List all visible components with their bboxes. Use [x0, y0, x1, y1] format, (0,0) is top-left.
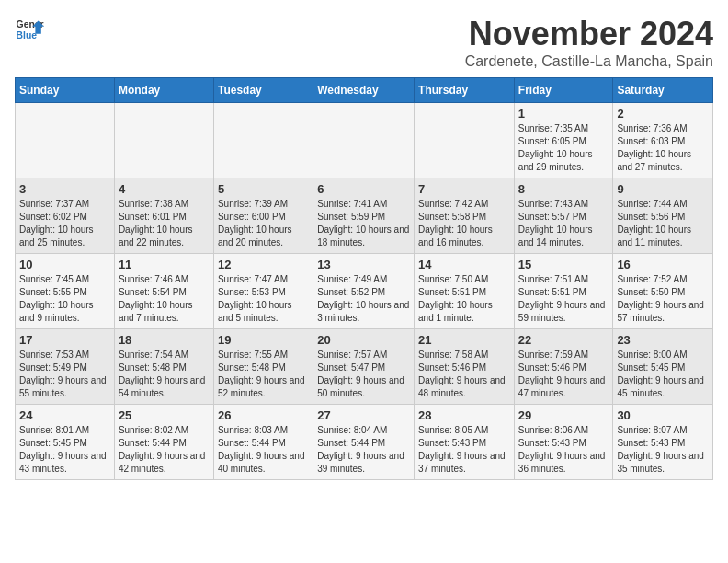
- day-cell: 30Sunrise: 8:07 AMSunset: 5:43 PMDayligh…: [613, 405, 713, 480]
- day-cell: 6Sunrise: 7:41 AMSunset: 5:59 PMDaylight…: [313, 178, 415, 254]
- day-cell: 18Sunrise: 7:54 AMSunset: 5:48 PMDayligh…: [114, 329, 213, 405]
- day-cell: [114, 103, 213, 178]
- day-cell: 14Sunrise: 7:50 AMSunset: 5:51 PMDayligh…: [415, 254, 515, 329]
- day-cell: 28Sunrise: 8:05 AMSunset: 5:43 PMDayligh…: [415, 405, 515, 480]
- day-number: 17: [19, 333, 110, 347]
- day-cell: 20Sunrise: 7:57 AMSunset: 5:47 PMDayligh…: [313, 329, 415, 405]
- day-info: Sunrise: 7:51 AMSunset: 5:51 PMDaylight:…: [518, 273, 609, 325]
- day-info: Sunrise: 7:39 AMSunset: 6:00 PMDaylight:…: [218, 198, 309, 249]
- day-cell: 19Sunrise: 7:55 AMSunset: 5:48 PMDayligh…: [213, 329, 313, 405]
- day-number: 16: [617, 258, 709, 271]
- day-info: Sunrise: 8:03 AMSunset: 5:44 PMDaylight:…: [218, 424, 309, 476]
- logo: General Blue: [15, 15, 44, 44]
- day-cell: 25Sunrise: 8:02 AMSunset: 5:44 PMDayligh…: [114, 405, 213, 480]
- day-number: 15: [518, 258, 609, 271]
- day-cell: 23Sunrise: 8:00 AMSunset: 5:45 PMDayligh…: [613, 329, 713, 405]
- day-info: Sunrise: 7:43 AMSunset: 5:57 PMDaylight:…: [518, 198, 609, 249]
- day-info: Sunrise: 8:01 AMSunset: 5:45 PMDaylight:…: [19, 424, 110, 476]
- day-info: Sunrise: 7:45 AMSunset: 5:55 PMDaylight:…: [19, 273, 110, 325]
- title-section: November 2024 Cardenete, Castille-La Man…: [465, 15, 713, 70]
- calendar-subtitle: Cardenete, Castille-La Mancha, Spain: [465, 53, 713, 70]
- day-info: Sunrise: 8:02 AMSunset: 5:44 PMDaylight:…: [119, 424, 210, 476]
- day-number: 22: [518, 333, 609, 347]
- day-info: Sunrise: 7:42 AMSunset: 5:58 PMDaylight:…: [418, 198, 510, 249]
- day-number: 3: [19, 182, 110, 196]
- day-info: Sunrise: 8:04 AMSunset: 5:44 PMDaylight:…: [317, 424, 410, 476]
- day-number: 23: [617, 333, 709, 347]
- week-row-3: 10Sunrise: 7:45 AMSunset: 5:55 PMDayligh…: [16, 254, 713, 329]
- day-number: 2: [617, 107, 709, 121]
- day-number: 29: [518, 408, 609, 422]
- day-info: Sunrise: 7:44 AMSunset: 5:56 PMDaylight:…: [617, 198, 709, 249]
- day-cell: 22Sunrise: 7:59 AMSunset: 5:46 PMDayligh…: [514, 329, 613, 405]
- day-number: 9: [617, 182, 709, 196]
- day-number: 11: [119, 258, 210, 271]
- day-cell: 21Sunrise: 7:58 AMSunset: 5:46 PMDayligh…: [415, 329, 515, 405]
- page-header: General Blue November 2024 Cardenete, Ca…: [15, 15, 713, 70]
- day-info: Sunrise: 7:57 AMSunset: 5:47 PMDaylight:…: [317, 349, 410, 400]
- day-info: Sunrise: 7:52 AMSunset: 5:50 PMDaylight:…: [617, 273, 709, 325]
- day-cell: 7Sunrise: 7:42 AMSunset: 5:58 PMDaylight…: [415, 178, 515, 254]
- day-cell: [213, 103, 313, 178]
- day-info: Sunrise: 7:50 AMSunset: 5:51 PMDaylight:…: [418, 273, 510, 325]
- week-row-5: 24Sunrise: 8:01 AMSunset: 5:45 PMDayligh…: [16, 405, 713, 480]
- day-info: Sunrise: 7:55 AMSunset: 5:48 PMDaylight:…: [218, 349, 309, 400]
- day-cell: 13Sunrise: 7:49 AMSunset: 5:52 PMDayligh…: [313, 254, 415, 329]
- day-number: 6: [317, 182, 410, 196]
- day-cell: 2Sunrise: 7:36 AMSunset: 6:03 PMDaylight…: [613, 103, 713, 178]
- day-info: Sunrise: 7:35 AMSunset: 6:05 PMDaylight:…: [518, 122, 609, 174]
- day-info: Sunrise: 7:37 AMSunset: 6:02 PMDaylight:…: [19, 198, 110, 249]
- header-row: SundayMondayTuesdayWednesdayThursdayFrid…: [16, 78, 713, 103]
- day-cell: 11Sunrise: 7:46 AMSunset: 5:54 PMDayligh…: [114, 254, 213, 329]
- day-info: Sunrise: 8:07 AMSunset: 5:43 PMDaylight:…: [617, 424, 709, 476]
- calendar-title: November 2024: [465, 15, 713, 53]
- day-number: 21: [418, 333, 510, 347]
- week-row-1: 1Sunrise: 7:35 AMSunset: 6:05 PMDaylight…: [16, 103, 713, 178]
- day-number: 30: [617, 408, 709, 422]
- day-cell: 3Sunrise: 7:37 AMSunset: 6:02 PMDaylight…: [16, 178, 115, 254]
- day-info: Sunrise: 7:59 AMSunset: 5:46 PMDaylight:…: [518, 349, 609, 400]
- day-cell: 4Sunrise: 7:38 AMSunset: 6:01 PMDaylight…: [114, 178, 213, 254]
- day-number: 18: [119, 333, 210, 347]
- day-info: Sunrise: 7:58 AMSunset: 5:46 PMDaylight:…: [418, 349, 510, 400]
- week-row-2: 3Sunrise: 7:37 AMSunset: 6:02 PMDaylight…: [16, 178, 713, 254]
- day-cell: [415, 103, 515, 178]
- day-info: Sunrise: 8:06 AMSunset: 5:43 PMDaylight:…: [518, 424, 609, 476]
- column-header-thursday: Thursday: [415, 78, 515, 103]
- column-header-wednesday: Wednesday: [313, 78, 415, 103]
- day-cell: 1Sunrise: 7:35 AMSunset: 6:05 PMDaylight…: [514, 103, 613, 178]
- column-header-saturday: Saturday: [613, 78, 713, 103]
- day-cell: 8Sunrise: 7:43 AMSunset: 5:57 PMDaylight…: [514, 178, 613, 254]
- day-cell: 12Sunrise: 7:47 AMSunset: 5:53 PMDayligh…: [213, 254, 313, 329]
- column-header-tuesday: Tuesday: [213, 78, 313, 103]
- day-info: Sunrise: 7:41 AMSunset: 5:59 PMDaylight:…: [317, 198, 410, 249]
- day-number: 10: [19, 258, 110, 271]
- day-number: 4: [119, 182, 210, 196]
- day-info: Sunrise: 7:46 AMSunset: 5:54 PMDaylight:…: [119, 273, 210, 325]
- day-number: 1: [518, 107, 609, 121]
- column-header-friday: Friday: [514, 78, 613, 103]
- day-cell: [313, 103, 415, 178]
- day-info: Sunrise: 7:38 AMSunset: 6:01 PMDaylight:…: [119, 198, 210, 249]
- day-number: 20: [317, 333, 410, 347]
- day-info: Sunrise: 7:47 AMSunset: 5:53 PMDaylight:…: [218, 273, 309, 325]
- day-cell: 27Sunrise: 8:04 AMSunset: 5:44 PMDayligh…: [313, 405, 415, 480]
- svg-text:Blue: Blue: [17, 30, 38, 40]
- day-cell: 17Sunrise: 7:53 AMSunset: 5:49 PMDayligh…: [16, 329, 115, 405]
- day-number: 24: [19, 408, 110, 422]
- day-number: 19: [218, 333, 309, 347]
- day-info: Sunrise: 8:00 AMSunset: 5:45 PMDaylight:…: [617, 349, 709, 400]
- day-number: 7: [418, 182, 510, 196]
- day-number: 5: [218, 182, 309, 196]
- day-info: Sunrise: 7:36 AMSunset: 6:03 PMDaylight:…: [617, 122, 709, 174]
- column-header-sunday: Sunday: [16, 78, 115, 103]
- day-cell: [16, 103, 115, 178]
- day-number: 25: [119, 408, 210, 422]
- column-header-monday: Monday: [114, 78, 213, 103]
- day-cell: 9Sunrise: 7:44 AMSunset: 5:56 PMDaylight…: [613, 178, 713, 254]
- day-info: Sunrise: 7:54 AMSunset: 5:48 PMDaylight:…: [119, 349, 210, 400]
- week-row-4: 17Sunrise: 7:53 AMSunset: 5:49 PMDayligh…: [16, 329, 713, 405]
- day-number: 28: [418, 408, 510, 422]
- day-cell: 16Sunrise: 7:52 AMSunset: 5:50 PMDayligh…: [613, 254, 713, 329]
- day-cell: 15Sunrise: 7:51 AMSunset: 5:51 PMDayligh…: [514, 254, 613, 329]
